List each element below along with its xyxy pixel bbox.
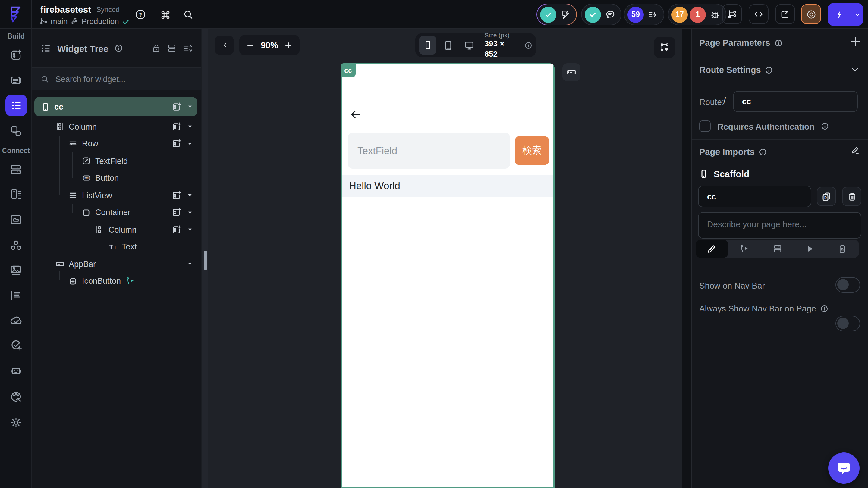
back-arrow-icon[interactable] xyxy=(349,108,362,121)
run-options-button[interactable] xyxy=(851,11,863,18)
errors-pill[interactable]: 17 1 xyxy=(668,4,726,25)
device-tablet-tab[interactable] xyxy=(440,36,458,55)
widget-search-bar[interactable] xyxy=(32,67,201,90)
tree-row-column[interactable]: Column xyxy=(34,118,197,135)
run-button[interactable] xyxy=(828,3,863,26)
tree-scrollbar-thumb[interactable] xyxy=(204,251,207,270)
delete-page-button[interactable] xyxy=(842,187,861,206)
device-desktop-tab[interactable] xyxy=(460,36,478,55)
tree-row-page-cc[interactable]: cc xyxy=(34,97,197,116)
collapse-caret[interactable] xyxy=(186,103,193,110)
size-info-icon[interactable] xyxy=(524,41,532,49)
scaffold-name-input[interactable] xyxy=(698,186,811,207)
environment-name[interactable]: Production xyxy=(82,17,119,26)
add-widget-button[interactable] xyxy=(170,121,181,132)
branching-button[interactable] xyxy=(722,4,742,24)
panels-icon[interactable] xyxy=(167,43,177,53)
sidebar-item-tests[interactable] xyxy=(5,334,27,356)
add-widget-button[interactable] xyxy=(170,207,181,218)
add-widget-button[interactable] xyxy=(170,190,181,201)
sidebar-item-settings[interactable] xyxy=(5,412,27,433)
copy-page-button[interactable]: D xyxy=(817,187,836,206)
project-name[interactable]: firebasetest xyxy=(40,4,91,14)
collapse-caret[interactable] xyxy=(186,209,193,216)
design-canvas[interactable]: 90% Size (px) 393 × 852 xyxy=(208,29,682,488)
view-code-button[interactable] xyxy=(749,4,769,24)
collapse-caret[interactable] xyxy=(186,192,193,199)
tree-row-row[interactable]: Row xyxy=(34,135,197,153)
page-description-textarea[interactable] xyxy=(698,212,861,238)
tree-row-appbar[interactable]: AppBar xyxy=(34,255,197,272)
page-tab-label[interactable]: cc xyxy=(341,63,355,77)
tree-row-column-2[interactable]: Column xyxy=(34,221,197,238)
info-icon[interactable] xyxy=(820,304,828,313)
canvas-settings-button[interactable] xyxy=(654,37,675,58)
edit-page-imports-button[interactable] xyxy=(850,146,860,155)
sidebar-item-integrations[interactable] xyxy=(5,234,27,256)
tab-design[interactable] xyxy=(695,240,728,258)
add-widget-button[interactable] xyxy=(170,101,181,112)
preview-textfield[interactable]: TextField xyxy=(348,133,510,169)
zoom-out-button[interactable] xyxy=(247,41,254,49)
zoom-in-button[interactable] xyxy=(284,41,292,49)
collapse-caret[interactable] xyxy=(186,261,193,268)
info-icon[interactable] xyxy=(774,39,782,47)
preview-search-button[interactable]: 検索 xyxy=(515,136,549,165)
tree-row-container[interactable]: Container xyxy=(34,204,197,221)
sidebar-item-theme[interactable] xyxy=(5,386,27,407)
app-logo[interactable] xyxy=(0,0,32,29)
sidebar-item-widget-tree[interactable] xyxy=(5,95,27,116)
sidebar-item-database[interactable] xyxy=(5,158,27,180)
tree-row-button[interactable]: BTN Button xyxy=(34,170,197,187)
tree-row-textfield[interactable]: TextField xyxy=(34,153,197,170)
tab-actions[interactable] xyxy=(728,240,761,258)
info-icon[interactable] xyxy=(821,122,829,130)
device-phone-tab[interactable] xyxy=(419,36,437,55)
environment-row[interactable]: main Production xyxy=(40,17,130,26)
route-settings-collapse-button[interactable] xyxy=(850,65,860,74)
tree-row-text[interactable]: TT Text xyxy=(34,238,197,255)
info-icon[interactable] xyxy=(765,66,773,74)
collapse-caret[interactable] xyxy=(186,140,193,148)
preview-button[interactable] xyxy=(801,4,821,24)
info-icon[interactable] xyxy=(759,148,767,156)
tree-scrollbar[interactable] xyxy=(201,29,208,488)
tab-backend-query[interactable] xyxy=(761,240,794,258)
preview-list-item[interactable]: Hello World xyxy=(342,175,553,197)
add-widget-button[interactable] xyxy=(170,138,181,150)
collapse-panel-button[interactable] xyxy=(215,36,234,55)
command-menu-button[interactable] xyxy=(155,4,176,25)
open-app-button[interactable] xyxy=(775,4,795,24)
always-show-nav-bar-toggle[interactable] xyxy=(835,316,860,331)
sidebar-item-pages[interactable] xyxy=(5,69,27,91)
collapse-caret[interactable] xyxy=(186,226,193,233)
collapse-caret[interactable] xyxy=(186,123,193,130)
route-input[interactable] xyxy=(733,91,858,112)
expand-collapse-icon[interactable] xyxy=(183,43,193,53)
lock-icon[interactable] xyxy=(151,43,161,53)
sidebar-item-custom-functions[interactable] xyxy=(5,284,27,306)
sidebar-item-components[interactable] xyxy=(5,120,27,141)
help-button[interactable]: ? xyxy=(130,4,151,25)
action-flow-badge[interactable] xyxy=(126,277,135,286)
appbar-select-chip[interactable] xyxy=(562,63,581,82)
info-icon[interactable] xyxy=(115,44,123,53)
sidebar-item-dashboard[interactable] xyxy=(5,44,27,66)
widget-search-input[interactable] xyxy=(56,74,176,84)
deploy-status-pill[interactable] xyxy=(536,4,577,25)
preview-appbar[interactable] xyxy=(342,64,553,128)
sidebar-item-assets[interactable] xyxy=(5,259,27,281)
add-widget-button[interactable] xyxy=(170,224,181,235)
sidebar-item-ai-agent[interactable] xyxy=(5,360,27,381)
comments-pill[interactable] xyxy=(581,4,621,25)
project-issues-pill[interactable]: 59 xyxy=(624,4,664,25)
sidebar-item-data-types[interactable] xyxy=(5,183,27,205)
sidebar-item-media-assets[interactable] xyxy=(5,208,27,230)
phone-preview[interactable]: cc TextField 検索 Hello World xyxy=(341,63,555,488)
search-button[interactable] xyxy=(178,4,198,25)
branch-name[interactable]: main xyxy=(51,17,67,26)
sidebar-item-cloud-functions[interactable] xyxy=(5,310,27,331)
tree-row-listview[interactable]: ListView xyxy=(34,187,197,204)
show-nav-bar-toggle[interactable] xyxy=(835,277,860,293)
support-chat-button[interactable] xyxy=(828,452,860,484)
